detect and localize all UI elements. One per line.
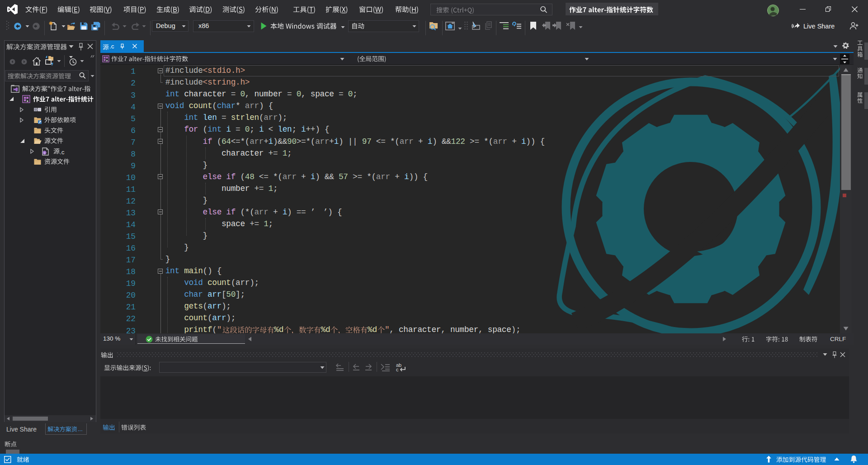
svg-text:c: c (44, 151, 46, 155)
svg-text:c: c (396, 367, 399, 372)
